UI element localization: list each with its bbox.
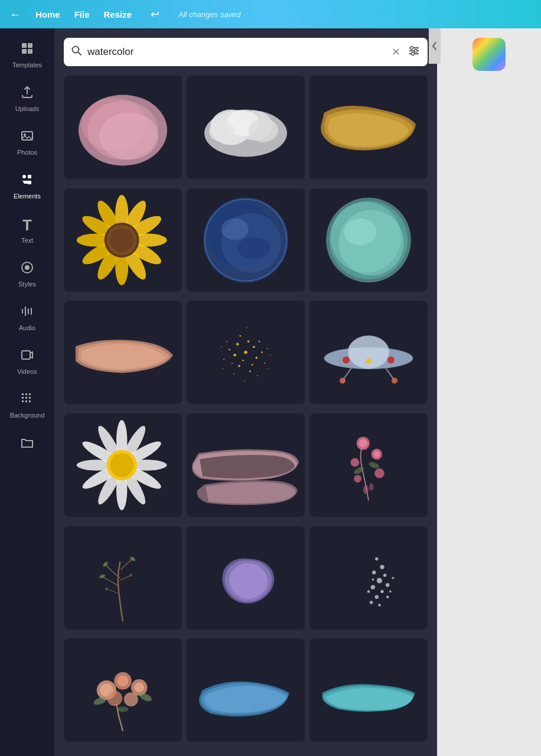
grid-item-gold-dots[interactable] <box>187 301 305 404</box>
search-bar: ✕ <box>64 38 428 66</box>
sidebar-item-photos[interactable]: Photos <box>0 120 54 164</box>
svg-point-152 <box>118 706 128 712</box>
nav-resize[interactable]: Resize <box>104 9 132 19</box>
grid-item-blue-stroke[interactable] <box>187 638 305 742</box>
svg-point-81 <box>268 369 269 369</box>
svg-point-106 <box>110 453 134 477</box>
svg-point-112 <box>374 468 384 478</box>
grid-item-ufo[interactable] <box>309 301 428 404</box>
svg-point-58 <box>233 354 236 357</box>
svg-point-55 <box>244 351 247 354</box>
svg-point-139 <box>367 590 370 593</box>
grid-item-peach-flowers[interactable] <box>64 638 182 742</box>
sidebar-label-elements: Elements <box>14 193 41 200</box>
nav-file[interactable]: File <box>74 9 90 19</box>
svg-point-74 <box>233 374 234 375</box>
sidebar-item-text[interactable]: T Text <box>0 208 54 252</box>
search-filter-button[interactable] <box>408 44 421 60</box>
search-clear-button[interactable]: ✕ <box>392 45 400 58</box>
grid-item-blue-circle[interactable] <box>187 188 305 292</box>
sidebar-item-elements[interactable]: Elements <box>0 164 54 208</box>
svg-point-110 <box>373 451 380 458</box>
svg-rect-2 <box>22 49 27 54</box>
sidebar: Templates Uploads Photos <box>0 0 54 756</box>
grid-item-pink-blob[interactable] <box>64 76 182 179</box>
svg-point-87 <box>366 359 371 364</box>
grid-item-purple-blob[interactable] <box>187 526 305 630</box>
sidebar-label-uploads: Uploads <box>15 105 39 112</box>
svg-point-70 <box>239 335 241 337</box>
grid-item-peach-stroke[interactable] <box>64 301 182 404</box>
svg-point-28 <box>209 121 235 142</box>
grid-item-teal-stroke[interactable] <box>309 638 428 742</box>
svg-point-10 <box>25 265 30 270</box>
svg-point-16 <box>410 46 413 49</box>
svg-point-86 <box>343 357 350 364</box>
svg-point-54 <box>344 218 377 245</box>
grid-item-daisy[interactable] <box>64 413 182 517</box>
search-icon <box>71 45 83 60</box>
svg-point-65 <box>252 364 253 366</box>
collapse-panel-button[interactable] <box>429 28 441 64</box>
sidebar-label-templates: Templates <box>12 61 42 69</box>
grid-item-pink-flowers-branch[interactable] <box>309 413 428 517</box>
folder-icon <box>20 435 34 453</box>
sidebar-item-audio[interactable]: Audio <box>0 296 54 340</box>
elements-grid <box>54 76 437 756</box>
svg-point-43 <box>110 228 134 252</box>
svg-point-113 <box>354 475 361 483</box>
svg-point-117 <box>368 461 380 470</box>
svg-rect-7 <box>28 175 31 178</box>
color-palette-button[interactable] <box>472 38 506 71</box>
svg-point-137 <box>378 604 381 607</box>
svg-line-89 <box>344 367 352 379</box>
svg-point-12 <box>73 46 79 53</box>
sidebar-item-background[interactable]: Background <box>0 383 54 427</box>
sidebar-item-folder[interactable] <box>0 427 54 461</box>
svg-point-79 <box>246 328 247 328</box>
svg-rect-0 <box>22 43 27 48</box>
sidebar-item-styles[interactable]: Styles <box>0 252 54 296</box>
svg-rect-11 <box>22 351 30 359</box>
sidebar-item-videos[interactable]: Videos <box>0 340 54 383</box>
svg-point-108 <box>359 439 367 448</box>
grid-item-gold-stroke[interactable] <box>309 76 428 179</box>
grid-item-white-cloud[interactable] <box>187 76 305 179</box>
svg-point-61 <box>247 341 250 343</box>
svg-point-138 <box>389 590 392 592</box>
svg-point-145 <box>118 676 128 686</box>
videos-icon <box>20 348 34 366</box>
svg-point-77 <box>270 355 270 356</box>
svg-point-68 <box>226 341 227 342</box>
svg-point-114 <box>363 485 369 494</box>
undo-icon[interactable]: ↩ <box>151 8 159 21</box>
sidebar-item-uploads[interactable]: Uploads <box>0 77 54 120</box>
svg-point-133 <box>380 589 384 593</box>
grid-item-teal-circle[interactable] <box>309 188 428 292</box>
grid-item-brown-branch[interactable] <box>64 526 182 630</box>
sidebar-label-styles: Styles <box>18 281 36 288</box>
nav-home[interactable]: Home <box>35 9 60 19</box>
audio-icon <box>20 304 34 322</box>
svg-point-134 <box>375 595 379 598</box>
grid-item-pink-stroke2[interactable] <box>187 413 305 517</box>
grid-item-sunflower[interactable] <box>64 188 182 292</box>
background-icon <box>20 392 34 409</box>
svg-point-49 <box>237 237 270 259</box>
svg-point-126 <box>375 557 379 561</box>
right-panel <box>437 28 541 756</box>
sidebar-item-templates[interactable]: Templates <box>0 33 54 77</box>
svg-point-122 <box>130 573 133 576</box>
back-icon[interactable]: ← <box>9 8 21 21</box>
sidebar-label-videos: Videos <box>17 368 37 375</box>
svg-point-60 <box>242 360 244 361</box>
top-nav: ← Home File Resize ↩ All changes saved <box>0 0 541 28</box>
svg-point-69 <box>264 363 265 364</box>
svg-point-135 <box>386 595 389 598</box>
svg-point-27 <box>249 119 278 142</box>
search-input[interactable] <box>87 46 387 58</box>
text-icon: T <box>22 216 32 234</box>
svg-point-56 <box>236 343 239 346</box>
grid-item-white-dots[interactable] <box>309 526 428 630</box>
svg-point-63 <box>261 351 263 353</box>
